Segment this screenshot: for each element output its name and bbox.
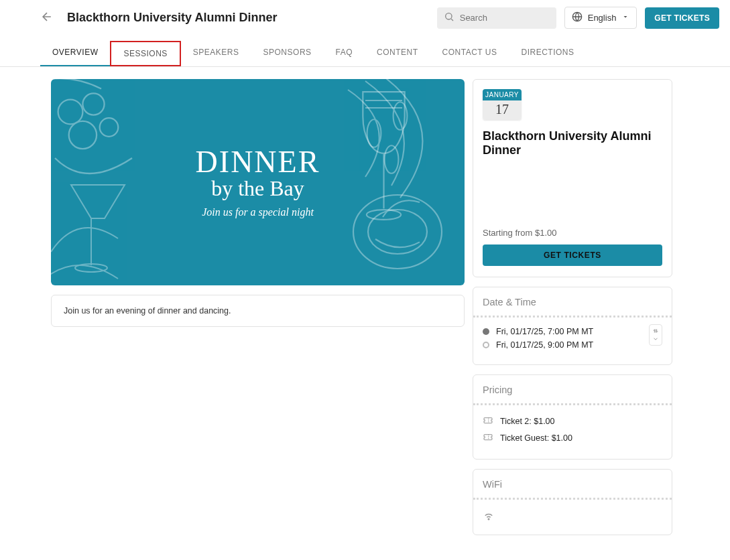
right-column: JANUARY 17 Blackthorn University Alumni … bbox=[473, 79, 672, 535]
page-title: Blackthorn University Alumni Dinner bbox=[67, 11, 429, 25]
date-badge-day: 17 bbox=[483, 100, 522, 120]
wifi-title: WiFi bbox=[483, 479, 662, 490]
tab-directions[interactable]: DIRECTIONS bbox=[509, 41, 586, 66]
datetime-start-row: Fri, 01/17/25, 7:00 PM MT bbox=[483, 327, 649, 336]
get-tickets-header-button[interactable]: GET TICKETS bbox=[645, 7, 719, 29]
datetime-end: Fri, 01/17/25, 9:00 PM MT bbox=[496, 340, 593, 350]
wifi-icon bbox=[483, 512, 495, 523]
language-selector[interactable]: English bbox=[564, 7, 637, 29]
pricing-item-text: Ticket 2: $1.00 bbox=[500, 417, 555, 426]
tab-overview[interactable]: OVERVIEW bbox=[40, 41, 110, 66]
divider bbox=[473, 316, 672, 318]
pricing-item-text: Ticket Guest: $1.00 bbox=[500, 433, 572, 443]
divider bbox=[473, 403, 672, 405]
tab-faq[interactable]: FAQ bbox=[324, 41, 365, 66]
dot-empty-icon bbox=[483, 342, 489, 348]
event-summary-card: JANUARY 17 Blackthorn University Alumni … bbox=[473, 79, 672, 277]
starting-from-text: Starting from $1.00 bbox=[483, 228, 662, 238]
date-time-title: Date & Time bbox=[483, 297, 662, 307]
search-input[interactable] bbox=[460, 13, 550, 23]
svg-point-3 bbox=[82, 93, 104, 115]
date-badge: JANUARY 17 bbox=[483, 89, 522, 120]
search-box[interactable] bbox=[437, 7, 556, 29]
ticket-icon bbox=[483, 431, 493, 444]
svg-point-11 bbox=[488, 518, 489, 520]
pricing-row: Ticket 2: $1.00 bbox=[483, 415, 662, 427]
tab-content[interactable]: CONTENT bbox=[365, 41, 430, 66]
tab-speakers[interactable]: SPEAKERS bbox=[181, 41, 251, 66]
chevron-down-icon bbox=[621, 13, 629, 23]
pricing-card: Pricing Ticket 2: $1.00Ticket Guest: $1.… bbox=[473, 374, 672, 460]
hero-title-line1: DINNER bbox=[196, 147, 320, 178]
tabs-nav: OVERVIEWSESSIONSSPEAKERSSPONSORSFAQCONTE… bbox=[0, 41, 730, 67]
date-badge-month: JANUARY bbox=[483, 89, 522, 100]
pricing-row: Ticket Guest: $1.00 bbox=[483, 431, 662, 444]
svg-point-0 bbox=[445, 13, 451, 19]
wifi-card: WiFi bbox=[473, 469, 672, 535]
tab-contact-us[interactable]: CONTACT US bbox=[430, 41, 509, 66]
tab-sponsors[interactable]: SPONSORS bbox=[251, 41, 324, 66]
search-icon bbox=[444, 11, 454, 25]
datetime-end-row: Fri, 01/17/25, 9:00 PM MT bbox=[483, 340, 649, 350]
datetime-start: Fri, 01/17/25, 7:00 PM MT bbox=[496, 327, 593, 336]
event-title: Blackthorn University Alumni Dinner bbox=[483, 129, 662, 157]
globe-icon bbox=[572, 11, 583, 24]
pricing-title: Pricing bbox=[483, 384, 662, 395]
hero-banner: DINNER by the Bay Join us for a special … bbox=[51, 79, 465, 285]
svg-point-10 bbox=[385, 145, 399, 173]
svg-point-2 bbox=[58, 100, 83, 125]
date-time-card: Date & Time Fri, 01/17/25, 7:00 PM MT Fr… bbox=[473, 287, 672, 365]
left-column: DINNER by the Bay Join us for a special … bbox=[51, 79, 465, 535]
tab-sessions[interactable]: SESSIONS bbox=[110, 41, 180, 66]
get-tickets-card-button[interactable]: GET TICKETS bbox=[483, 244, 662, 266]
ticket-icon bbox=[483, 415, 493, 427]
description-card: Join us for an evening of dinner and dan… bbox=[51, 295, 465, 327]
svg-point-5 bbox=[100, 118, 119, 137]
calendar-toggle[interactable] bbox=[649, 324, 662, 346]
svg-point-9 bbox=[393, 102, 408, 130]
header-bar: Blackthorn University Alumni Dinner Engl… bbox=[0, 0, 730, 29]
svg-point-4 bbox=[69, 121, 97, 149]
divider bbox=[473, 498, 672, 500]
hero-title-line2: by the Bay bbox=[211, 176, 304, 201]
description-text: Join us for an evening of dinner and dan… bbox=[64, 306, 231, 316]
back-icon[interactable] bbox=[40, 10, 54, 26]
dot-filled-icon bbox=[483, 328, 489, 335]
content-area: DINNER by the Bay Join us for a special … bbox=[0, 67, 730, 535]
language-label: English bbox=[588, 13, 617, 23]
hero-tagline: Join us for a special night bbox=[202, 206, 314, 218]
